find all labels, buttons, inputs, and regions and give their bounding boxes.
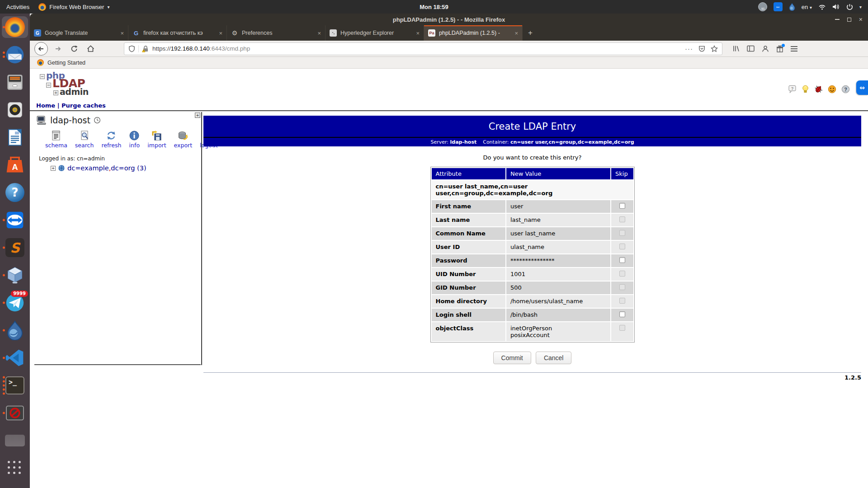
cancel-button[interactable]: Cancel (536, 352, 572, 364)
search-button[interactable]: search (75, 130, 94, 149)
reload-button[interactable] (68, 42, 80, 55)
sidebar-collapse-button[interactable]: + (195, 113, 200, 118)
bookmark-getting-started[interactable]: Getting Started (47, 60, 85, 66)
deluge-tray-icon[interactable] (789, 3, 795, 11)
skip-checkbox[interactable] (619, 257, 625, 263)
new-tab-button[interactable]: + (523, 25, 538, 41)
maximize-button[interactable] (847, 18, 851, 22)
dock-teamviewer-icon[interactable] (2, 209, 28, 231)
dock-deluge-icon[interactable] (2, 319, 28, 341)
home-button[interactable] (84, 42, 97, 55)
table-header-row: Attribute New Value Skip (432, 168, 633, 179)
url-bar[interactable]: https://192.168.0.140:6443/cmd.php ··· (124, 42, 722, 55)
phpldapadmin-logo[interactable]: −php −LDAP +admin (40, 72, 89, 96)
app-menu[interactable]: Firefox Web Browser ▾ (38, 3, 109, 11)
close-button[interactable]: × (859, 16, 863, 23)
svg-text:A: A (12, 162, 18, 172)
clock[interactable]: Mon 18:59 (0, 4, 868, 10)
refresh-button[interactable]: refresh (101, 130, 121, 149)
tracking-protection-shield-icon[interactable] (128, 45, 135, 52)
bug-report-icon[interactable] (814, 85, 823, 94)
bookmark-star-icon[interactable] (711, 45, 718, 52)
export-button[interactable]: export (174, 130, 193, 149)
globe-help-icon[interactable]: ? (841, 85, 850, 94)
dock-libreoffice-writer-icon[interactable] (2, 127, 28, 148)
help-icon[interactable]: ? (788, 85, 797, 94)
tab-close-icon[interactable]: × (317, 30, 321, 37)
schema-icon (51, 130, 61, 141)
tab-phpldapadmin[interactable]: Pa phpLDAPadmin (1.2.5) - × (424, 25, 523, 41)
search-icon (79, 130, 90, 141)
tree-node-dc-example[interactable]: + dc=example,dc=org (3) (51, 164, 146, 172)
teamviewer-tray-icon[interactable]: ⇔ (774, 2, 783, 11)
forward-button[interactable] (52, 42, 64, 55)
dock-thunderbird-icon[interactable] (2, 44, 28, 66)
system-load-indicator-icon[interactable]: .91 (758, 2, 767, 11)
teamviewer-overlay-icon[interactable]: ⇔ (856, 80, 868, 95)
power-icon (846, 4, 853, 10)
globe-icon (58, 164, 65, 172)
dock-files-icon[interactable] (2, 71, 28, 93)
page-actions-icon[interactable]: ··· (685, 45, 693, 52)
skip-checkbox[interactable] (619, 311, 625, 317)
header-icons: ? ? (788, 85, 850, 94)
purge-caches-link[interactable]: Purge caches (61, 102, 106, 109)
tab-hyperledger-explorer[interactable]: Hyperledger Explorer × (326, 25, 424, 41)
dock-virtualbox-icon[interactable] (2, 264, 28, 286)
tab-close-icon[interactable]: × (514, 30, 518, 37)
dock-terminal-icon[interactable]: >_ (2, 375, 28, 396)
tab-label: Hyperledger Explorer (340, 30, 412, 36)
dock-rhythmbox-icon[interactable] (2, 99, 28, 121)
minimize-button[interactable] (835, 19, 840, 20)
donate-smiley-icon[interactable] (828, 85, 836, 94)
whats-new-gift-icon[interactable] (776, 45, 783, 52)
tab-google-search[interactable]: G firefox как отчистить кэ × (128, 25, 227, 41)
schema-button[interactable]: schema (45, 130, 67, 149)
attributes-table: Attribute New Value Skip cn=user last_na… (430, 167, 635, 343)
dock-telegram-icon[interactable]: 9999 (2, 292, 28, 314)
table-row: Last name last_name (432, 214, 633, 226)
library-icon[interactable] (732, 45, 740, 52)
activities-button[interactable]: Activities (6, 4, 29, 10)
table-row: Home directory /home/users/ulast_name (432, 295, 633, 308)
tab-preferences[interactable]: ⚙ Preferences × (227, 25, 326, 41)
tab-close-icon[interactable]: × (416, 30, 420, 37)
google-favicon: G (132, 29, 140, 37)
import-button[interactable]: import (147, 130, 166, 149)
back-button[interactable] (34, 42, 48, 56)
commit-button[interactable]: Commit (493, 352, 531, 364)
tree-expand-icon[interactable]: + (51, 166, 56, 171)
dock-ubuntu-software-icon[interactable]: A (2, 154, 28, 176)
show-applications-button[interactable] (2, 457, 28, 479)
col-skip: Skip (611, 168, 633, 179)
lightbulb-icon[interactable] (802, 85, 809, 94)
table-row: UID Number 1001 (432, 268, 633, 281)
tab-close-icon[interactable]: × (120, 30, 124, 37)
tab-close-icon[interactable]: × (219, 30, 222, 37)
url-text[interactable]: https://192.168.0.140:6443/cmd.php (152, 45, 682, 52)
sidebar-toggle-icon[interactable] (747, 45, 755, 52)
info-button[interactable]: info (129, 130, 140, 149)
dock-vscode-icon[interactable] (2, 347, 28, 369)
wifi-icon (818, 4, 826, 10)
pocket-icon[interactable] (698, 45, 705, 52)
system-menu-chevron-icon[interactable]: ▾ (859, 5, 862, 9)
tree-collapse-icon: − (40, 74, 45, 79)
keyboard-layout-indicator[interactable]: en ▾ (802, 4, 812, 10)
tab-google-translate[interactable]: G Google Translate × (30, 25, 128, 41)
menu-icon[interactable] (791, 46, 797, 52)
skip-checkbox[interactable] (619, 203, 625, 209)
dock-screen-blocker-icon[interactable] (2, 402, 28, 424)
dock-sublime-text-icon[interactable]: S (2, 237, 28, 258)
export-icon (178, 130, 189, 141)
server-name[interactable]: ldap-host (50, 115, 90, 125)
account-icon[interactable] (762, 45, 769, 52)
notification-dot (782, 44, 785, 47)
table-row: First name user (432, 200, 633, 213)
dock-help-icon[interactable]: ? (2, 182, 28, 203)
insecure-lock-icon[interactable] (142, 45, 149, 52)
dn-row: cn=user last_name,cn=user user,cn=group,… (432, 180, 633, 199)
home-link[interactable]: Home (36, 102, 55, 109)
dock-firefox-icon[interactable] (2, 16, 28, 38)
window-titlebar[interactable]: phpLDAPadmin (1.2.5) - - Mozilla Firefox… (30, 14, 868, 25)
